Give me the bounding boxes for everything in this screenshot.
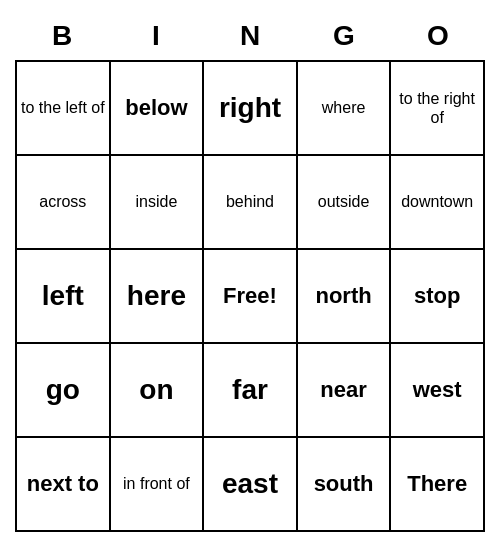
- bingo-cell: south: [298, 438, 392, 532]
- bingo-cell: west: [391, 344, 485, 438]
- bingo-cell: to the right of: [391, 62, 485, 156]
- bingo-cell: stop: [391, 250, 485, 344]
- bingo-cell: in front of: [111, 438, 205, 532]
- header-letter: N: [203, 12, 297, 60]
- bingo-card: BINGO to the left ofbelowrightwhereto th…: [15, 12, 485, 532]
- bingo-cell: downtown: [391, 156, 485, 250]
- bingo-cell: go: [17, 344, 111, 438]
- bingo-cell: to the left of: [17, 62, 111, 156]
- header-letter: G: [297, 12, 391, 60]
- bingo-row: acrossinsidebehindoutsidedowntown: [17, 156, 485, 250]
- bingo-cell: left: [17, 250, 111, 344]
- bingo-cell: Free!: [204, 250, 298, 344]
- bingo-row: lefthereFree!northstop: [17, 250, 485, 344]
- bingo-cell: across: [17, 156, 111, 250]
- bingo-cell: next to: [17, 438, 111, 532]
- bingo-cell: on: [111, 344, 205, 438]
- bingo-cell: near: [298, 344, 392, 438]
- bingo-row: next toin front ofeastsouthThere: [17, 438, 485, 532]
- bingo-header: BINGO: [15, 12, 485, 60]
- bingo-cell: here: [111, 250, 205, 344]
- bingo-cell: There: [391, 438, 485, 532]
- bingo-cell: right: [204, 62, 298, 156]
- bingo-cell: outside: [298, 156, 392, 250]
- header-letter: B: [15, 12, 109, 60]
- header-letter: O: [391, 12, 485, 60]
- header-letter: I: [109, 12, 203, 60]
- bingo-row: to the left ofbelowrightwhereto the righ…: [17, 62, 485, 156]
- bingo-grid: to the left ofbelowrightwhereto the righ…: [15, 60, 485, 532]
- bingo-cell: inside: [111, 156, 205, 250]
- bingo-cell: far: [204, 344, 298, 438]
- bingo-cell: north: [298, 250, 392, 344]
- bingo-cell: where: [298, 62, 392, 156]
- bingo-cell: below: [111, 62, 205, 156]
- bingo-cell: east: [204, 438, 298, 532]
- bingo-row: goonfarnearwest: [17, 344, 485, 438]
- bingo-cell: behind: [204, 156, 298, 250]
